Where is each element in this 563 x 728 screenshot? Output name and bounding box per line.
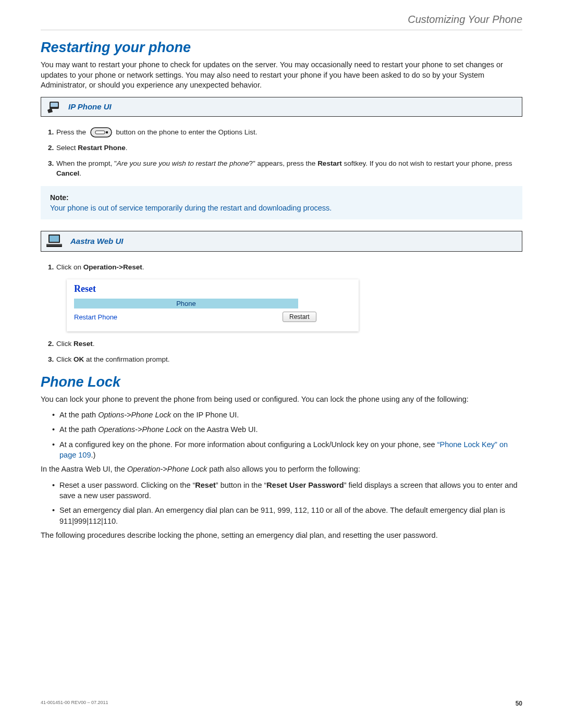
step-text: Click on [56, 263, 83, 271]
page-footer: 41-001451-00 REV00 – 07.2011 50 [41, 700, 522, 707]
step-strong: Operation->Reset [83, 263, 142, 271]
ip-step-1: 1. Press the button on the phone to ente… [48, 127, 522, 138]
bullet-text: At the path [59, 425, 98, 434]
phone-lock-bullets-2: Reset a user password. Clicking on the “… [41, 480, 522, 526]
step-number: 2. [48, 339, 54, 349]
step-text: Click [56, 355, 74, 363]
section-title-restarting: Restarting your phone [41, 40, 522, 56]
step-number: 1. [48, 262, 54, 273]
step-number: 2. [48, 143, 54, 153]
step-italic: Are you sure you wish to restart the pho… [117, 159, 249, 167]
ip-steps-list: 1. Press the button on the phone to ente… [41, 127, 522, 179]
intro-restarting: You may want to restart your phone to ch… [41, 60, 522, 91]
ip-phone-ui-box: IP Phone UI [41, 97, 522, 117]
web-steps-list: 1. Click on Operation->Reset. [41, 262, 522, 273]
header-rule [41, 30, 522, 30]
bullet-text: ” button in the “ [216, 481, 267, 489]
intro-phone-lock: You can lock your phone to prevent the p… [41, 394, 522, 405]
svg-rect-3 [95, 131, 105, 134]
step-text: ?" appears, press the [249, 159, 318, 167]
web-shot-header: Phone [74, 299, 298, 309]
web-step-1: 1. Click on Operation->Reset. [48, 262, 522, 273]
phone-lock-outro: The following procedures describe lockin… [41, 530, 522, 541]
web-shot-row: Restart Phone Restart [74, 312, 351, 322]
body-text: In the Aastra Web UI, the [41, 465, 127, 473]
step-text: . [142, 263, 144, 271]
bullet-italic: Operations->Phone Lock [98, 425, 182, 434]
doc-id: 41-001451-00 REV00 – 07.2011 [41, 700, 108, 707]
aastra-web-ui-label: Aastra Web UI [70, 237, 123, 245]
step-text: softkey. If you do not wish to restart y… [342, 159, 512, 167]
svg-rect-6 [50, 236, 59, 242]
body-text: path also allows you to perform the foll… [207, 465, 360, 473]
step-text: . [126, 144, 128, 152]
step-strong: OK [74, 355, 84, 363]
bullet-path-ipui: At the path Options->Phone Lock on the I… [52, 410, 522, 420]
web-shot-row-label: Restart Phone [74, 313, 230, 321]
web-shot-title: Reset [74, 283, 351, 294]
step-text: Press the [56, 128, 88, 136]
step-text: at the confirmation prompt. [84, 355, 169, 363]
bullet-text: .) [91, 451, 95, 459]
link-text: “Phone Lock Key” on [437, 440, 508, 449]
step-text: . [79, 169, 81, 177]
body-italic: Operation->Phone Lock [127, 465, 207, 473]
step-strong: Cancel [56, 169, 79, 177]
bullet-configured-key: At a configured key on the phone. For mo… [52, 439, 522, 461]
web-step-2: 2. Click Reset. [48, 339, 522, 349]
bullet-strong: Reset User Password [266, 481, 344, 489]
step-strong: Restart [317, 159, 342, 167]
step-strong: Reset [74, 340, 93, 348]
step-text: Click [56, 340, 74, 348]
bullet-text: on the IP Phone UI. [171, 411, 239, 419]
bullet-text: Reset a user password. Clicking on the “ [59, 481, 195, 489]
ip-phone-ui-label: IP Phone UI [68, 102, 112, 111]
restart-button[interactable]: Restart [283, 312, 316, 322]
phone-lock-mid: In the Aastra Web UI, the Operation->Pho… [41, 464, 522, 475]
bullet-strong: Reset [195, 481, 216, 489]
bullet-path-webui: At the path Operations->Phone Lock on th… [52, 424, 522, 435]
phone-icon [46, 101, 62, 113]
bullet-text: on the Aastra Web UI. [182, 425, 258, 434]
step-text: Select [56, 144, 78, 152]
note-body: Your phone is out of service temporarily… [50, 204, 513, 212]
section-title-phone-lock: Phone Lock [41, 374, 522, 390]
step-number: 3. [48, 354, 54, 365]
step-strong: Restart Phone [78, 144, 126, 152]
svg-rect-8 [46, 244, 62, 245]
bullet-reset-password: Reset a user password. Clicking on the “… [52, 480, 522, 501]
step-number: 1. [48, 127, 54, 138]
step-text: . [93, 340, 95, 348]
note-heading: Note: [50, 193, 513, 202]
step-number: 3. [48, 158, 54, 169]
phone-lock-bullets-1: At the path Options->Phone Lock on the I… [41, 410, 522, 460]
link-text: page 109 [59, 451, 91, 459]
breadcrumb: Customizing Your Phone [41, 10, 522, 30]
ip-step-3: 3. When the prompt, "Are you sure you wi… [48, 158, 522, 179]
step-text: When the prompt, " [56, 159, 117, 167]
bullet-text: Set an emergency dial plan. An emergency… [59, 506, 505, 525]
bullet-emergency-dialplan: Set an emergency dial plan. An emergency… [52, 505, 522, 526]
svg-rect-1 [51, 103, 58, 107]
bullet-text: At a configured key on the phone. For mo… [59, 440, 437, 449]
svg-rect-4 [106, 131, 108, 133]
bullet-italic: Options->Phone Lock [98, 411, 171, 419]
aastra-web-ui-box: Aastra Web UI [41, 231, 522, 252]
bullet-text: At the path [59, 411, 98, 419]
web-ui-screenshot: Reset Phone Restart Phone Restart [67, 279, 359, 331]
ip-step-2: 2. Select Restart Phone. [48, 143, 522, 153]
step-text: button on the phone to enter the Options… [116, 128, 258, 136]
computer-icon [46, 235, 64, 248]
note-box: Note: Your phone is out of service tempo… [41, 186, 522, 219]
web-steps-list-cont: 2. Click Reset. 3. Click OK at the confi… [41, 339, 522, 364]
page-number: 50 [516, 700, 522, 707]
web-step-3: 3. Click OK at the confirmation prompt. [48, 354, 522, 365]
options-hardkey-icon [90, 127, 112, 138]
